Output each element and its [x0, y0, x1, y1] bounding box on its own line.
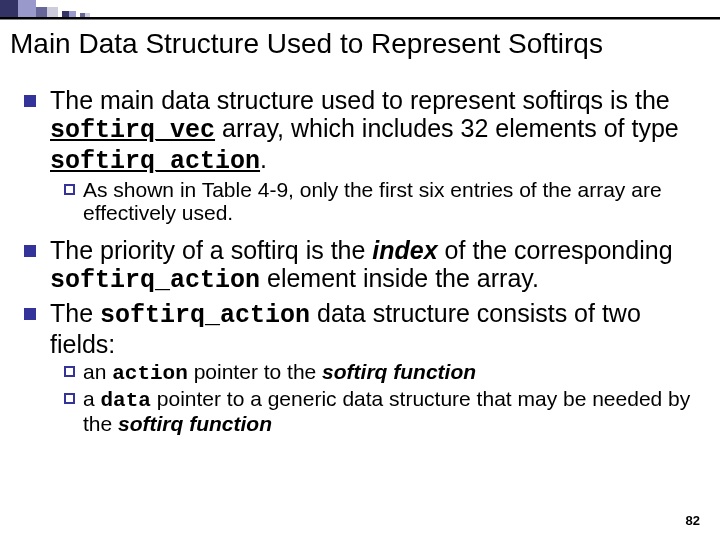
slide-title: Main Data Structure Used to Represent So… — [10, 28, 603, 60]
bullet-1: The main data structure used to represen… — [50, 86, 702, 176]
bullet-3: The softirq_action data structure consis… — [50, 299, 702, 358]
bullet-icon — [24, 308, 36, 320]
horizontal-rule — [0, 17, 720, 19]
sub-bullet-3: a data pointer to a generic data structu… — [83, 387, 702, 435]
sub-bullet-2: an action pointer to the softirq functio… — [83, 360, 476, 385]
sub-bullet-icon — [64, 184, 75, 195]
sub-bullet-1: As shown in Table 4-9, only the first si… — [83, 178, 702, 224]
bullet-icon — [24, 245, 36, 257]
sub-bullet-icon — [64, 366, 75, 377]
sub-bullet-icon — [64, 393, 75, 404]
page-number: 82 — [686, 513, 700, 528]
slide-body: The main data structure used to represen… — [24, 86, 702, 439]
bullet-icon — [24, 95, 36, 107]
bullet-2: The priority of a softirq is the index o… — [50, 236, 702, 295]
accent-squares — [0, 0, 132, 18]
